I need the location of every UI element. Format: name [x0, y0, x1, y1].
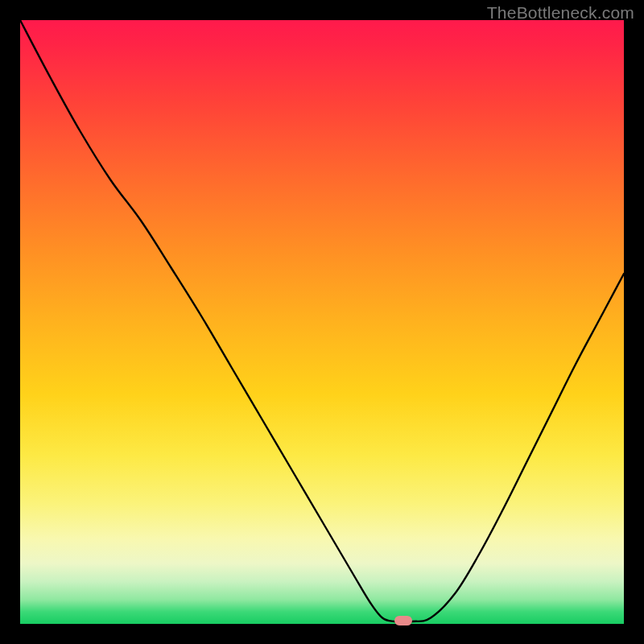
plot-area: [20, 20, 624, 624]
watermark-label: TheBottleneck.com: [487, 3, 634, 23]
chart-frame: TheBottleneck.com: [0, 0, 644, 644]
bottleneck-curve: [20, 20, 624, 624]
optimal-marker: [394, 616, 412, 625]
